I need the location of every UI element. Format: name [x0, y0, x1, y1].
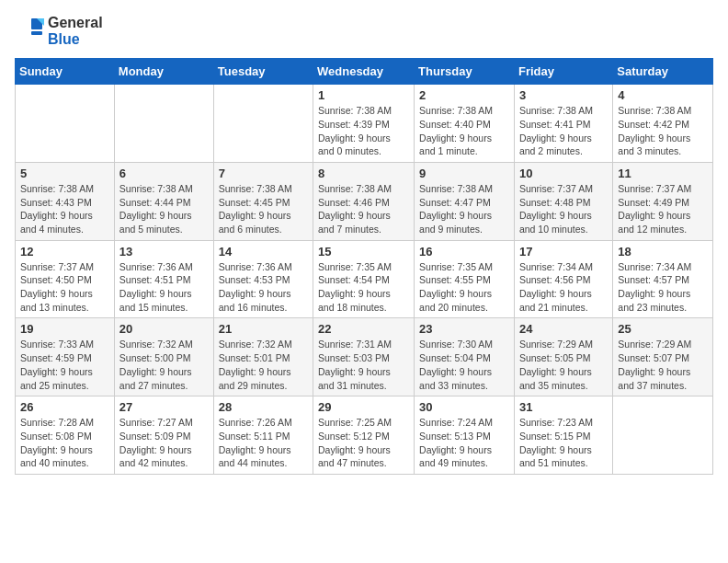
day-detail: Sunrise: 7:28 AM Sunset: 5:08 PM Dayligh… [20, 416, 109, 470]
calendar-cell: 15Sunrise: 7:35 AM Sunset: 4:54 PM Dayli… [313, 240, 415, 318]
day-detail: Sunrise: 7:38 AM Sunset: 4:47 PM Dayligh… [419, 182, 509, 236]
day-detail: Sunrise: 7:32 AM Sunset: 5:00 PM Dayligh… [119, 338, 209, 392]
day-number: 3 [519, 88, 608, 102]
day-detail: Sunrise: 7:29 AM Sunset: 5:05 PM Dayligh… [519, 338, 608, 392]
day-detail: Sunrise: 7:38 AM Sunset: 4:44 PM Dayligh… [119, 182, 209, 236]
day-detail: Sunrise: 7:38 AM Sunset: 4:40 PM Dayligh… [419, 104, 509, 158]
day-detail: Sunrise: 7:38 AM Sunset: 4:46 PM Dayligh… [318, 182, 409, 236]
calendar-cell: 24Sunrise: 7:29 AM Sunset: 5:05 PM Dayli… [514, 318, 612, 396]
day-detail: Sunrise: 7:33 AM Sunset: 4:59 PM Dayligh… [20, 338, 109, 392]
day-detail: Sunrise: 7:23 AM Sunset: 5:15 PM Dayligh… [519, 416, 608, 470]
day-number: 24 [519, 322, 608, 336]
calendar-cell: 9Sunrise: 7:38 AM Sunset: 4:47 PM Daylig… [415, 162, 515, 240]
day-number: 21 [219, 322, 308, 336]
day-number: 12 [20, 245, 109, 259]
calendar-week-2: 5Sunrise: 7:38 AM Sunset: 4:43 PM Daylig… [16, 162, 713, 240]
calendar-week-3: 12Sunrise: 7:37 AM Sunset: 4:50 PM Dayli… [16, 240, 713, 318]
day-detail: Sunrise: 7:31 AM Sunset: 5:03 PM Dayligh… [318, 338, 409, 392]
day-number: 11 [618, 167, 708, 180]
day-number: 2 [419, 88, 509, 102]
day-number: 31 [519, 400, 608, 414]
day-number: 9 [419, 167, 509, 180]
day-number: 23 [419, 322, 509, 336]
calendar-table: SundayMondayTuesdayWednesdayThursdayFrid… [15, 58, 713, 475]
svg-rect-2 [31, 31, 42, 35]
day-detail: Sunrise: 7:29 AM Sunset: 5:07 PM Dayligh… [618, 338, 708, 392]
day-detail: Sunrise: 7:38 AM Sunset: 4:39 PM Dayligh… [318, 104, 409, 158]
calendar-cell [213, 85, 313, 163]
day-number: 15 [318, 245, 409, 259]
calendar-cell: 25Sunrise: 7:29 AM Sunset: 5:07 PM Dayli… [613, 318, 713, 396]
calendar-cell: 29Sunrise: 7:25 AM Sunset: 5:12 PM Dayli… [313, 396, 415, 475]
calendar-cell: 16Sunrise: 7:35 AM Sunset: 4:55 PM Dayli… [415, 240, 515, 318]
calendar-cell: 6Sunrise: 7:38 AM Sunset: 4:44 PM Daylig… [114, 162, 213, 240]
header: General Blue [15, 15, 713, 47]
day-detail: Sunrise: 7:38 AM Sunset: 4:42 PM Dayligh… [618, 104, 708, 158]
day-detail: Sunrise: 7:36 AM Sunset: 4:51 PM Dayligh… [119, 260, 209, 315]
calendar-week-5: 26Sunrise: 7:28 AM Sunset: 5:08 PM Dayli… [16, 396, 713, 475]
calendar-week-1: 1Sunrise: 7:38 AM Sunset: 4:39 PM Daylig… [16, 85, 713, 163]
calendar-cell: 21Sunrise: 7:32 AM Sunset: 5:01 PM Dayli… [213, 318, 313, 396]
day-number: 14 [219, 245, 308, 259]
day-number: 18 [618, 245, 708, 259]
calendar-header-friday: Friday [514, 59, 612, 85]
day-number: 20 [119, 322, 209, 336]
calendar-cell [613, 396, 713, 475]
logo-blue-text: Blue [48, 31, 103, 48]
day-number: 30 [419, 400, 509, 414]
day-number: 10 [519, 167, 608, 180]
calendar-cell: 23Sunrise: 7:30 AM Sunset: 5:04 PM Dayli… [415, 318, 515, 396]
day-number: 7 [219, 167, 308, 180]
calendar-cell [16, 85, 115, 163]
day-number: 6 [119, 167, 209, 180]
day-detail: Sunrise: 7:38 AM Sunset: 4:43 PM Dayligh… [20, 182, 109, 236]
calendar-header-saturday: Saturday [613, 59, 713, 85]
calendar-cell: 27Sunrise: 7:27 AM Sunset: 5:09 PM Dayli… [114, 396, 213, 475]
calendar-cell: 30Sunrise: 7:24 AM Sunset: 5:13 PM Dayli… [415, 396, 515, 475]
calendar-cell: 10Sunrise: 7:37 AM Sunset: 4:48 PM Dayli… [514, 162, 612, 240]
calendar-header-sunday: Sunday [16, 59, 115, 85]
day-detail: Sunrise: 7:25 AM Sunset: 5:12 PM Dayligh… [318, 416, 409, 470]
day-detail: Sunrise: 7:38 AM Sunset: 4:41 PM Dayligh… [519, 104, 608, 158]
calendar-week-4: 19Sunrise: 7:33 AM Sunset: 4:59 PM Dayli… [16, 318, 713, 396]
calendar-cell: 18Sunrise: 7:34 AM Sunset: 4:57 PM Dayli… [613, 240, 713, 318]
calendar-header-monday: Monday [114, 59, 213, 85]
day-number: 8 [318, 167, 409, 180]
calendar-cell: 4Sunrise: 7:38 AM Sunset: 4:42 PM Daylig… [613, 85, 713, 163]
calendar-cell: 19Sunrise: 7:33 AM Sunset: 4:59 PM Dayli… [16, 318, 115, 396]
logo: General Blue [15, 15, 103, 47]
day-number: 5 [20, 167, 109, 180]
calendar-cell: 28Sunrise: 7:26 AM Sunset: 5:11 PM Dayli… [213, 396, 313, 475]
calendar-cell [114, 85, 213, 163]
day-number: 13 [119, 245, 209, 259]
calendar-cell: 20Sunrise: 7:32 AM Sunset: 5:00 PM Dayli… [114, 318, 213, 396]
calendar-header-thursday: Thursday [415, 59, 515, 85]
logo-icon [15, 17, 44, 46]
day-detail: Sunrise: 7:37 AM Sunset: 4:50 PM Dayligh… [20, 260, 109, 315]
calendar-cell: 31Sunrise: 7:23 AM Sunset: 5:15 PM Dayli… [514, 396, 612, 475]
day-detail: Sunrise: 7:32 AM Sunset: 5:01 PM Dayligh… [219, 338, 308, 392]
calendar-cell: 26Sunrise: 7:28 AM Sunset: 5:08 PM Dayli… [16, 396, 115, 475]
calendar-cell: 17Sunrise: 7:34 AM Sunset: 4:56 PM Dayli… [514, 240, 612, 318]
calendar-cell: 7Sunrise: 7:38 AM Sunset: 4:45 PM Daylig… [213, 162, 313, 240]
day-detail: Sunrise: 7:38 AM Sunset: 4:45 PM Dayligh… [219, 182, 308, 236]
calendar-header-tuesday: Tuesday [213, 59, 313, 85]
calendar-cell: 8Sunrise: 7:38 AM Sunset: 4:46 PM Daylig… [313, 162, 415, 240]
day-number: 25 [618, 322, 708, 336]
calendar-cell: 22Sunrise: 7:31 AM Sunset: 5:03 PM Dayli… [313, 318, 415, 396]
calendar-cell: 13Sunrise: 7:36 AM Sunset: 4:51 PM Dayli… [114, 240, 213, 318]
day-detail: Sunrise: 7:35 AM Sunset: 4:54 PM Dayligh… [318, 260, 409, 315]
calendar-cell: 2Sunrise: 7:38 AM Sunset: 4:40 PM Daylig… [415, 85, 515, 163]
logo-text: General [48, 15, 103, 31]
day-number: 19 [20, 322, 109, 336]
day-detail: Sunrise: 7:36 AM Sunset: 4:53 PM Dayligh… [219, 260, 308, 315]
calendar-cell: 12Sunrise: 7:37 AM Sunset: 4:50 PM Dayli… [16, 240, 115, 318]
day-detail: Sunrise: 7:27 AM Sunset: 5:09 PM Dayligh… [119, 416, 209, 470]
day-number: 28 [219, 400, 308, 414]
day-number: 29 [318, 400, 409, 414]
day-number: 26 [20, 400, 109, 414]
day-detail: Sunrise: 7:37 AM Sunset: 4:49 PM Dayligh… [618, 182, 708, 236]
calendar-header-row: SundayMondayTuesdayWednesdayThursdayFrid… [16, 59, 713, 85]
day-detail: Sunrise: 7:26 AM Sunset: 5:11 PM Dayligh… [219, 416, 308, 470]
day-number: 16 [419, 245, 509, 259]
